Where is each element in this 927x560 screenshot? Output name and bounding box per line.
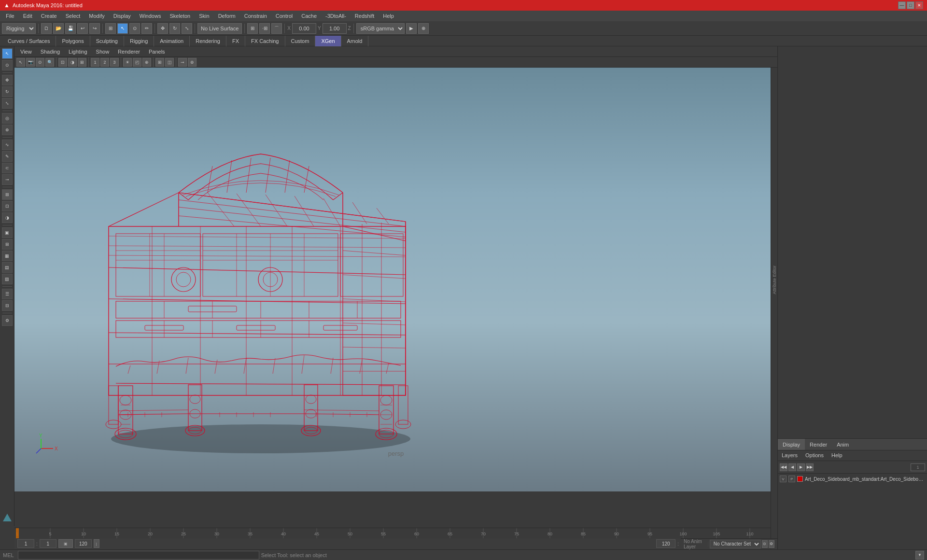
tab-rigging[interactable]: Rigging <box>124 36 154 46</box>
layer-playback-button[interactable]: P <box>788 476 795 482</box>
range-end-input[interactable] <box>656 539 675 548</box>
move-button[interactable]: ✥ <box>157 23 168 34</box>
joint-tool[interactable]: ⊸ <box>2 174 13 185</box>
tab-sculpting[interactable]: Sculpting <box>90 36 124 46</box>
vp-menu-view[interactable]: View <box>16 47 36 56</box>
layer-tab-anim[interactable]: Anim <box>832 439 854 450</box>
vp-grid-toggle[interactable]: ⊞ <box>155 58 164 67</box>
save-scene-button[interactable]: 💾 <box>65 23 76 34</box>
no-live-surface-button[interactable]: No Live Surface <box>197 23 242 34</box>
character-set-options[interactable]: ⚙ <box>769 540 774 548</box>
tab-animation[interactable]: Animation <box>154 36 190 46</box>
menu-cache[interactable]: Cache <box>297 11 321 21</box>
vp-quality-1[interactable]: 1 <box>91 58 99 67</box>
display-grid-button[interactable]: ⊞ <box>247 23 258 34</box>
progress-indicator[interactable]: | <box>94 539 99 548</box>
rigging-dropdown[interactable]: Rigging <box>2 23 36 34</box>
snap-curve-button[interactable]: ⌒ <box>271 23 282 34</box>
current-frame-input[interactable] <box>17 539 34 548</box>
render-settings-btn[interactable]: ⚙ <box>2 315 13 326</box>
tab-fx[interactable]: FX <box>226 36 245 46</box>
layer-row[interactable]: V P Art_Deco_Sideboard_mb_standart:Art_D… <box>778 474 927 484</box>
layer-fwd-button[interactable]: ▶▶ <box>806 463 814 471</box>
end-frame-input[interactable] <box>75 539 92 548</box>
vp-zoom[interactable]: 🔍 <box>45 58 54 67</box>
attr-editor-btn[interactable]: ⊟ <box>2 300 13 311</box>
menu-create[interactable]: Create <box>37 11 61 21</box>
move-tool-left[interactable]: ✥ <box>2 75 13 85</box>
rotate-button[interactable]: ↻ <box>169 23 180 34</box>
layer-tab-render[interactable]: Render <box>805 439 832 450</box>
maximize-button[interactable]: □ <box>907 1 914 9</box>
vp-menu-panels[interactable]: Panels <box>145 47 169 56</box>
vp-menu-shading[interactable]: Shading <box>37 47 64 56</box>
layer-subtab-options[interactable]: Options <box>801 450 828 460</box>
open-scene-button[interactable]: 📂 <box>53 23 64 34</box>
tab-custom[interactable]: Custom <box>285 36 316 46</box>
scale-button[interactable]: ⤡ <box>182 23 192 34</box>
select-tool-left[interactable]: ↖ <box>2 48 13 59</box>
menu-edit[interactable]: Edit <box>19 11 36 21</box>
tab-rendering[interactable]: Rendering <box>190 36 226 46</box>
layer-prev-button[interactable]: ◀ <box>788 463 796 471</box>
vp-quality-3[interactable]: 3 <box>110 58 119 67</box>
paint-select-tool[interactable]: ⊙ <box>2 60 13 70</box>
tab-xgen[interactable]: XGen <box>315 36 341 46</box>
y-coord-input[interactable] <box>323 23 347 34</box>
x-coord-input[interactable] <box>292 23 316 34</box>
vp-menu-renderer[interactable]: Renderer <box>114 47 144 56</box>
ipr-button[interactable]: ⊕ <box>418 23 429 34</box>
soft-mod-tool[interactable]: ◎ <box>2 113 13 124</box>
new-scene-button[interactable]: 🗋 <box>41 23 52 34</box>
vp-ik-handle[interactable]: ⊸ <box>178 58 187 67</box>
snap-grid-button[interactable]: ·⊞ <box>259 23 270 34</box>
menu-windows[interactable]: Windows <box>136 11 165 21</box>
vp-wireframe-mode[interactable]: ⊡ <box>58 58 67 67</box>
layer-next-button[interactable]: ▶ <box>797 463 805 471</box>
sculpt-brush[interactable]: ⊂ <box>2 163 13 173</box>
vp-menu-show[interactable]: Show <box>92 47 113 56</box>
pen-tool[interactable]: ✎ <box>2 151 13 162</box>
undo-button[interactable]: ↩ <box>77 23 88 34</box>
redo-button[interactable]: ↪ <box>89 23 100 34</box>
quick-layout-2[interactable]: ⊞ <box>2 239 13 250</box>
layer-back-button[interactable]: ◀◀ <box>780 463 787 471</box>
curve-tool[interactable]: ∿ <box>2 140 13 150</box>
show-manipulator[interactable]: ⊕ <box>2 125 13 135</box>
vp-smooth-mode[interactable]: ◑ <box>68 58 77 67</box>
mel-history-button[interactable]: ▼ <box>915 551 924 560</box>
vp-xray[interactable]: ⊕ <box>142 58 151 67</box>
close-button[interactable]: ✕ <box>915 1 923 9</box>
quick-layout-4[interactable]: ▤ <box>2 262 13 273</box>
tab-polygons[interactable]: Polygons <box>56 36 90 46</box>
select-tool-button[interactable]: ↖ <box>117 23 128 34</box>
vp-camera[interactable]: 📷 <box>26 58 35 67</box>
menu-skeleton[interactable]: Skeleton <box>166 11 194 21</box>
quick-layout-3[interactable]: ▦ <box>2 251 13 261</box>
vp-menu-lighting[interactable]: Lighting <box>65 47 91 56</box>
vp-shadow[interactable]: ◰ <box>133 58 141 67</box>
thumbnail-button[interactable]: ▣ <box>58 539 73 548</box>
menu-deform[interactable]: Deform <box>214 11 239 21</box>
layer-visibility-button[interactable]: V <box>780 476 787 482</box>
scale-tool-left[interactable]: ⤡ <box>2 98 13 109</box>
vp-select-all[interactable]: ↖ <box>16 58 25 67</box>
vp-deformers[interactable]: ⊚ <box>188 58 197 67</box>
menu-3dtoall[interactable]: -3DtoAll- <box>322 11 350 21</box>
menu-modify[interactable]: Modify <box>85 11 108 21</box>
rotate-tool-left[interactable]: ↻ <box>2 86 13 97</box>
layer-subtab-layers[interactable]: Layers <box>778 450 801 460</box>
quick-layout-1[interactable]: ▣ <box>2 227 13 238</box>
quick-layout-5[interactable]: ▨ <box>2 274 13 284</box>
start-frame-input[interactable] <box>40 539 56 548</box>
layer-tab-display[interactable]: Display <box>778 439 805 450</box>
vp-quality-2[interactable]: 2 <box>100 58 109 67</box>
menu-select[interactable]: Select <box>62 11 84 21</box>
select-all-button[interactable]: ⊞ <box>105 23 116 34</box>
vp-hud[interactable]: ◫ <box>165 58 174 67</box>
vp-texture-mode[interactable]: ⊞ <box>78 58 86 67</box>
gamma-dropdown[interactable]: sRGB gamma <box>356 23 405 34</box>
grid-display-toggle[interactable]: ⊞ <box>2 189 13 200</box>
menu-control[interactable]: Control <box>272 11 296 21</box>
vp-orbit[interactable]: ⊙ <box>36 58 44 67</box>
